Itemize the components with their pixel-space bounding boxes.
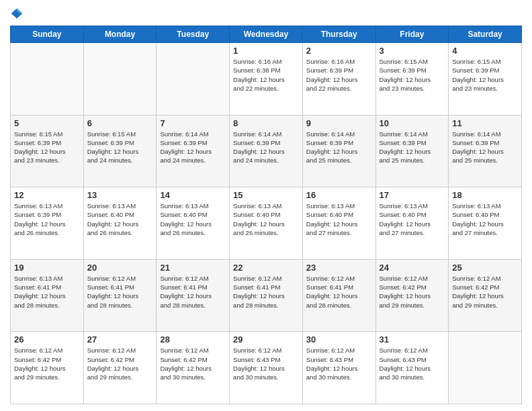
day-number: 30 xyxy=(306,334,372,345)
day-number: 26 xyxy=(14,334,80,345)
day-header-wednesday: Wednesday xyxy=(230,26,303,43)
calendar-cell: 24Sunrise: 6:12 AM Sunset: 6:42 PM Dayli… xyxy=(375,259,449,332)
calendar-week-2: 5Sunrise: 6:15 AM Sunset: 6:39 PM Daylig… xyxy=(11,115,522,187)
calendar-cell: 10Sunrise: 6:14 AM Sunset: 6:39 PM Dayli… xyxy=(375,115,449,187)
calendar-cell: 14Sunrise: 6:13 AM Sunset: 6:40 PM Dayli… xyxy=(157,187,230,260)
day-number: 10 xyxy=(380,118,445,128)
calendar-cell: 21Sunrise: 6:12 AM Sunset: 6:41 PM Dayli… xyxy=(157,259,230,332)
day-number: 17 xyxy=(380,190,445,200)
calendar-cell xyxy=(157,43,230,116)
calendar-cell: 20Sunrise: 6:12 AM Sunset: 6:41 PM Dayli… xyxy=(83,259,157,332)
calendar-cell: 5Sunrise: 6:15 AM Sunset: 6:39 PM Daylig… xyxy=(11,115,84,187)
day-number: 29 xyxy=(233,334,299,345)
calendar-cell: 29Sunrise: 6:12 AM Sunset: 6:43 PM Dayli… xyxy=(230,332,303,404)
day-info: Sunrise: 6:15 AM Sunset: 6:39 PM Dayligh… xyxy=(452,57,518,93)
day-number: 22 xyxy=(233,263,299,273)
day-number: 8 xyxy=(233,118,299,128)
day-number: 4 xyxy=(452,46,518,56)
calendar-body: 1Sunrise: 6:16 AM Sunset: 6:38 PM Daylig… xyxy=(11,43,522,404)
day-info: Sunrise: 6:13 AM Sunset: 6:41 PM Dayligh… xyxy=(14,274,80,310)
day-number: 11 xyxy=(452,118,518,128)
calendar-cell: 27Sunrise: 6:12 AM Sunset: 6:42 PM Dayli… xyxy=(83,332,157,404)
day-number: 1 xyxy=(233,46,299,56)
day-number: 3 xyxy=(380,46,445,56)
calendar-cell: 1Sunrise: 6:16 AM Sunset: 6:38 PM Daylig… xyxy=(230,43,303,116)
day-number: 18 xyxy=(452,190,518,200)
day-info: Sunrise: 6:12 AM Sunset: 6:41 PM Dayligh… xyxy=(306,274,372,310)
day-header-thursday: Thursday xyxy=(302,26,375,43)
day-info: Sunrise: 6:15 AM Sunset: 6:39 PM Dayligh… xyxy=(14,130,80,165)
day-number: 25 xyxy=(452,263,518,273)
calendar-cell: 23Sunrise: 6:12 AM Sunset: 6:41 PM Dayli… xyxy=(302,259,375,332)
calendar-cell xyxy=(83,43,157,116)
day-number: 14 xyxy=(160,190,226,200)
day-info: Sunrise: 6:16 AM Sunset: 6:39 PM Dayligh… xyxy=(306,57,372,93)
calendar-cell: 15Sunrise: 6:13 AM Sunset: 6:40 PM Dayli… xyxy=(230,187,303,260)
day-number: 28 xyxy=(160,334,226,345)
calendar-week-3: 12Sunrise: 6:13 AM Sunset: 6:39 PM Dayli… xyxy=(11,187,522,260)
day-number: 5 xyxy=(14,118,80,128)
calendar-week-4: 19Sunrise: 6:13 AM Sunset: 6:41 PM Dayli… xyxy=(11,259,522,332)
day-info: Sunrise: 6:15 AM Sunset: 6:39 PM Dayligh… xyxy=(380,57,445,93)
day-info: Sunrise: 6:12 AM Sunset: 6:42 PM Dayligh… xyxy=(452,274,518,310)
calendar-cell: 3Sunrise: 6:15 AM Sunset: 6:39 PM Daylig… xyxy=(375,43,449,116)
day-number: 6 xyxy=(87,118,153,128)
day-number: 13 xyxy=(87,190,153,200)
calendar-week-1: 1Sunrise: 6:16 AM Sunset: 6:38 PM Daylig… xyxy=(11,43,522,116)
calendar-cell: 18Sunrise: 6:13 AM Sunset: 6:40 PM Dayli… xyxy=(449,187,522,260)
calendar-cell: 28Sunrise: 6:12 AM Sunset: 6:42 PM Dayli… xyxy=(157,332,230,404)
day-info: Sunrise: 6:12 AM Sunset: 6:41 PM Dayligh… xyxy=(233,274,299,310)
day-info: Sunrise: 6:12 AM Sunset: 6:43 PM Dayligh… xyxy=(233,346,299,381)
day-info: Sunrise: 6:12 AM Sunset: 6:42 PM Dayligh… xyxy=(14,346,80,381)
calendar-cell: 19Sunrise: 6:13 AM Sunset: 6:41 PM Dayli… xyxy=(11,259,84,332)
day-info: Sunrise: 6:15 AM Sunset: 6:39 PM Dayligh… xyxy=(87,130,153,165)
day-info: Sunrise: 6:12 AM Sunset: 6:43 PM Dayligh… xyxy=(306,346,372,381)
calendar-week-5: 26Sunrise: 6:12 AM Sunset: 6:42 PM Dayli… xyxy=(11,332,522,404)
calendar-cell xyxy=(449,332,522,404)
calendar-header-row: SundayMondayTuesdayWednesdayThursdayFrid… xyxy=(11,26,522,43)
day-number: 23 xyxy=(306,263,372,273)
day-info: Sunrise: 6:16 AM Sunset: 6:38 PM Dayligh… xyxy=(233,57,299,93)
day-header-tuesday: Tuesday xyxy=(157,26,230,43)
day-number: 15 xyxy=(233,190,299,200)
day-number: 20 xyxy=(87,263,153,273)
day-number: 21 xyxy=(160,263,226,273)
day-header-saturday: Saturday xyxy=(449,26,522,43)
day-info: Sunrise: 6:12 AM Sunset: 6:42 PM Dayligh… xyxy=(87,346,153,381)
day-info: Sunrise: 6:13 AM Sunset: 6:39 PM Dayligh… xyxy=(14,201,80,237)
calendar-cell: 26Sunrise: 6:12 AM Sunset: 6:42 PM Dayli… xyxy=(11,332,84,404)
calendar-cell: 16Sunrise: 6:13 AM Sunset: 6:40 PM Dayli… xyxy=(302,187,375,260)
day-info: Sunrise: 6:12 AM Sunset: 6:42 PM Dayligh… xyxy=(380,274,445,310)
calendar-cell: 4Sunrise: 6:15 AM Sunset: 6:39 PM Daylig… xyxy=(449,43,522,116)
day-info: Sunrise: 6:12 AM Sunset: 6:41 PM Dayligh… xyxy=(160,274,226,310)
day-number: 31 xyxy=(380,334,445,345)
calendar-cell: 13Sunrise: 6:13 AM Sunset: 6:40 PM Dayli… xyxy=(83,187,157,260)
day-info: Sunrise: 6:13 AM Sunset: 6:40 PM Dayligh… xyxy=(87,201,153,237)
calendar-cell: 2Sunrise: 6:16 AM Sunset: 6:39 PM Daylig… xyxy=(302,43,375,116)
day-info: Sunrise: 6:13 AM Sunset: 6:40 PM Dayligh… xyxy=(380,201,445,237)
day-header-friday: Friday xyxy=(375,26,449,43)
day-info: Sunrise: 6:14 AM Sunset: 6:39 PM Dayligh… xyxy=(233,130,299,165)
day-info: Sunrise: 6:12 AM Sunset: 6:41 PM Dayligh… xyxy=(87,274,153,310)
day-info: Sunrise: 6:13 AM Sunset: 6:40 PM Dayligh… xyxy=(160,201,226,237)
calendar-cell: 31Sunrise: 6:12 AM Sunset: 6:43 PM Dayli… xyxy=(375,332,449,404)
day-info: Sunrise: 6:13 AM Sunset: 6:40 PM Dayligh… xyxy=(233,201,299,237)
calendar-cell: 22Sunrise: 6:12 AM Sunset: 6:41 PM Dayli… xyxy=(230,259,303,332)
day-number: 19 xyxy=(14,263,80,273)
day-number: 9 xyxy=(306,118,372,128)
day-number: 12 xyxy=(14,190,80,200)
calendar-cell: 7Sunrise: 6:14 AM Sunset: 6:39 PM Daylig… xyxy=(157,115,230,187)
calendar-cell: 8Sunrise: 6:14 AM Sunset: 6:39 PM Daylig… xyxy=(230,115,303,187)
logo xyxy=(10,7,26,20)
calendar-cell xyxy=(11,43,84,116)
calendar-cell: 12Sunrise: 6:13 AM Sunset: 6:39 PM Dayli… xyxy=(11,187,84,260)
day-info: Sunrise: 6:14 AM Sunset: 6:39 PM Dayligh… xyxy=(306,130,372,165)
day-info: Sunrise: 6:12 AM Sunset: 6:43 PM Dayligh… xyxy=(380,346,445,381)
calendar-cell: 17Sunrise: 6:13 AM Sunset: 6:40 PM Dayli… xyxy=(375,187,449,260)
day-info: Sunrise: 6:14 AM Sunset: 6:39 PM Dayligh… xyxy=(160,130,226,165)
day-number: 7 xyxy=(160,118,226,128)
calendar-cell: 9Sunrise: 6:14 AM Sunset: 6:39 PM Daylig… xyxy=(302,115,375,187)
day-header-sunday: Sunday xyxy=(11,26,84,43)
day-number: 16 xyxy=(306,190,372,200)
calendar-cell: 11Sunrise: 6:14 AM Sunset: 6:39 PM Dayli… xyxy=(449,115,522,187)
